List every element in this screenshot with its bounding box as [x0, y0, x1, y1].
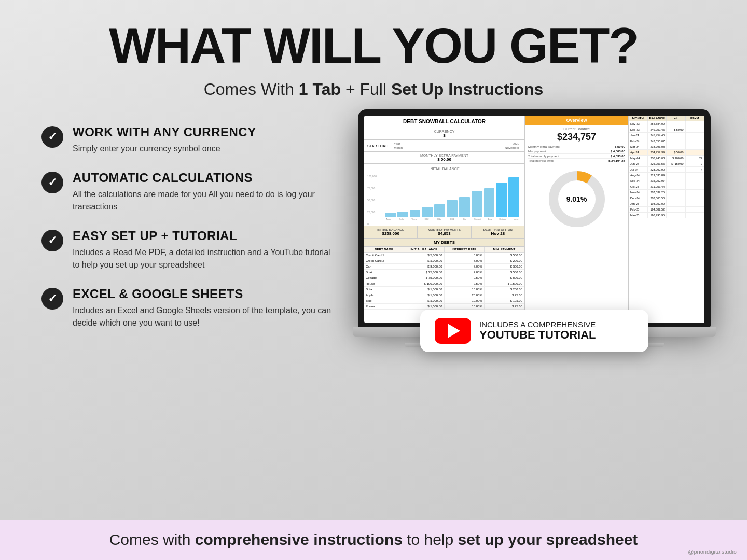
summary-initial-balance-value: $258,000 [366, 231, 415, 236]
spreadsheet: DEBT SNOWBALL CALCULATOR CURRENCY $ STAR… [364, 116, 704, 323]
stat-row-extra: Monthly extra payment $ 50.00 [528, 145, 625, 149]
subtitle-bold1: 1 Tab [299, 80, 341, 99]
check-icon-calculations [42, 172, 63, 193]
feature-desc-setup: Includes a Read Me PDF, a detailed instr… [73, 246, 332, 271]
overview-stats: Monthly extra payment $ 50.00 Min paymen… [525, 143, 628, 165]
debt-table-header: MY DEBTS [364, 239, 524, 247]
debt-row-sofa: Sofa $ 1,500.00 10.00% $ 200.00 [364, 287, 524, 292]
debt-col-name: DEBT NAME [364, 247, 404, 252]
summary-row: INITIAL BALANCE $258,000 MONTHLY PAYMENT… [364, 226, 524, 239]
summary-debt-paid-off: DEBT PAID OFF ON Nov-28 [472, 226, 524, 238]
start-date-section: START DATE Year 2023 Month Nov [364, 140, 524, 152]
debt-row-cc1: Credit Card 1 $ 5,000.00 5.00% $ 500.00 [364, 253, 524, 258]
overview-balance-value: $234,757 [525, 132, 628, 143]
donut-percentage: 9.01% [566, 195, 587, 203]
bar-sofa [397, 212, 408, 217]
feature-item-currency: WORK WITH ANY CURRENCY Simply enter your… [42, 125, 332, 155]
bar-bike [434, 204, 445, 217]
month-label: Month [394, 146, 403, 149]
feature-item-setup: EASY SET UP + TUTORIAL Includes a Read M… [42, 229, 332, 271]
balance-row-feb24: Feb-24 242,555.07 [629, 138, 704, 144]
balance-row-sep24: Sep-24 215,052.97 [629, 178, 704, 184]
feature-item-excel: EXCEL & GOOGLE SHEETS Includes an Excel … [42, 287, 332, 329]
chart-title: INITIAL BALANCE [367, 167, 521, 171]
bar-cc2 [422, 207, 433, 217]
laptop-column: DEBT SNOWBALL CALCULATOR CURRENCY $ STAR… [353, 115, 716, 473]
currency-value: $ [367, 133, 521, 138]
overview-panel: Overview Current Balance $234,757 Monthl… [525, 116, 629, 323]
feature-text-calculations: AUTOMATIC CALCULATIONS All the calculati… [73, 171, 332, 213]
balance-row-nov23: Nov-23 254,584.02 [629, 121, 704, 127]
check-icon-setup [42, 230, 63, 251]
debt-col-headers: DEBT NAME INITIAL BALANCE INTEREST RATE … [364, 247, 524, 253]
balance-row-jan25: Jan-25 198,952.02 [629, 201, 704, 207]
bar-car [459, 197, 470, 217]
currency-label: CURRENCY [367, 130, 521, 133]
balance-row-may24: May-24 230,740.03 $ 100.00 22 [629, 156, 704, 161]
overview-balance-label: Current Balance [525, 125, 628, 132]
feature-item-calculations: AUTOMATIC CALCULATIONS All the calculati… [42, 171, 332, 213]
month-value: November [505, 146, 519, 149]
debt-col-payment: MIN. PAYMENT [485, 247, 524, 252]
check-icon-currency [42, 126, 63, 148]
balance-header-row: MONTH BALANCE +/- PAYM [629, 116, 704, 121]
youtube-text-top: INCLUDES A COMPREHENSIVE [479, 320, 596, 329]
debt-row-cottage: Cottage $ 75,000.00 3.50% $ 800.00 [364, 275, 524, 281]
footer-bar: Comes with comprehensive instructions to… [0, 520, 747, 560]
footer-prefix: Comes with [109, 531, 195, 548]
debt-row-bike: Bike $ 3,000.00 10.00% $ 103.00 [364, 298, 524, 304]
youtube-icon [435, 318, 471, 344]
bar-cc1 [447, 200, 458, 217]
watermark: @prioridigitalstudio [688, 549, 737, 555]
extra-payment-section: MONTHLY EXTRA PAYMENT $ 50.00 [364, 152, 524, 164]
stat-row-interest: Total interest owed $ 24,104.28 [528, 159, 625, 163]
bar-cottage [496, 183, 507, 217]
chart-bars [383, 173, 521, 217]
extra-payment-value: $ 50.00 [367, 157, 521, 162]
balance-row-jan24: Jan-24 245,454.46 [629, 133, 704, 138]
subtitle-middle: + Full [341, 80, 391, 99]
summary-initial-balance: INITIAL BALANCE $258,000 [364, 226, 418, 238]
balance-row-jun24: Jun-24 226,953.56 $ -150.00 -2 [629, 161, 704, 167]
chart-area: INITIAL BALANCE 100,000 75,000 50,000 25… [364, 164, 524, 226]
debt-row-house: House $ 100,000.00 2.50% $ 1,500.00 [364, 281, 524, 287]
debt-row-cc2: Credit Card 2 $ 3,000.00 8.00% $ 200.00 [364, 258, 524, 264]
balance-row-apr24: Apr-24 234,757.39 $ 50.00 [629, 150, 704, 156]
start-date-label: START DATE [367, 144, 390, 148]
bar-student [472, 191, 482, 217]
feature-desc-excel: Includes an Excel and Google Sheets vers… [73, 304, 332, 329]
footer-bold2: set up your spreadsheet [458, 531, 638, 548]
balance-row-nov24: Nov-24 207,037.25 [629, 190, 704, 195]
subtitle-bold2: Set Up Instructions [391, 80, 543, 99]
balance-row-feb25: Feb-25 194,882.52 [629, 207, 704, 213]
debt-col-balance: INITIAL BALANCE [404, 247, 444, 252]
main-title: WHAT WILL YOU GET? [42, 21, 706, 71]
bar-boat [484, 188, 495, 217]
currency-section: CURRENCY $ [364, 128, 524, 140]
feature-text-excel: EXCEL & GOOGLE SHEETS Includes an Excel … [73, 287, 332, 329]
balance-row-oct24: Oct-24 211,053.44 [629, 184, 704, 190]
main-header: WHAT WILL YOU GET? Comes With 1 Tab + Fu… [0, 0, 747, 109]
balance-row-mar25: Mar-25 190,795.95 [629, 213, 704, 218]
stat-row-total: Total monthly payment $ 4,633.00 [528, 154, 625, 159]
main-content: WORK WITH ANY CURRENCY Simply enter your… [0, 109, 747, 478]
year-value: 2023 [513, 142, 519, 145]
sheet-left-panel: DEBT SNOWBALL CALCULATOR CURRENCY $ STAR… [364, 116, 525, 323]
balance-row-dec23: Dec-23 249,959.46 $ 50.00 [629, 127, 704, 133]
stat-row-min: Min payment $ 4,603.00 [528, 149, 625, 154]
youtube-play-button [448, 324, 460, 338]
footer-bold1: comprehensive instructions [195, 531, 403, 548]
footer-middle: to help [403, 531, 458, 548]
donut-chart-container: 9.01% [525, 165, 628, 233]
features-column: WORK WITH ANY CURRENCY Simply enter your… [42, 115, 332, 473]
debt-row-car: Car $ 8,000.00 8.00% $ 300.00 [364, 264, 524, 270]
balance-row-dec24: Dec-24 203,003.56 [629, 195, 704, 201]
debt-row-phone: Phone $ 1,500.00 10.00% $ 75.00 [364, 304, 524, 310]
feature-title-setup: EASY SET UP + TUTORIAL [73, 229, 332, 243]
feature-title-currency: WORK WITH ANY CURRENCY [73, 125, 256, 139]
debt-col-rate: INTEREST RATE [445, 247, 485, 252]
youtube-text: INCLUDES A COMPREHENSIVE YOUTUBE TUTORIA… [479, 320, 596, 341]
check-icon-excel [42, 288, 63, 310]
feature-title-excel: EXCEL & GOOGLE SHEETS [73, 287, 332, 301]
youtube-badge: INCLUDES A COMPREHENSIVE YOUTUBE TUTORIA… [420, 310, 648, 352]
